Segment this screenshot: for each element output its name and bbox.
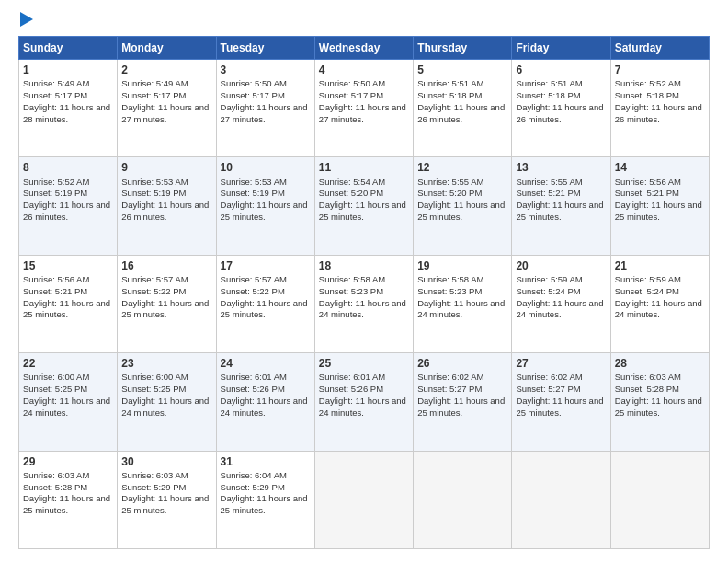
calendar-week-row: 1Sunrise: 5:49 AMSunset: 5:17 PMDaylight… [19,60,710,157]
sunrise-text: Sunrise: 5:51 AM [516,78,582,88]
calendar-day-cell: 21Sunrise: 5:59 AMSunset: 5:24 PMDayligh… [610,255,709,352]
day-number: 26 [417,356,507,371]
calendar-header-cell: Saturday [610,37,709,60]
day-number: 15 [23,259,113,273]
sunrise-text: Sunrise: 5:57 AM [221,274,287,284]
sunset-text: Sunset: 5:29 PM [121,482,186,492]
calendar-day-cell: 12Sunrise: 5:55 AMSunset: 5:20 PMDayligh… [414,157,512,255]
calendar-day-cell: 19Sunrise: 5:58 AMSunset: 5:23 PMDayligh… [414,255,512,352]
sunset-text: Sunset: 5:28 PM [615,384,679,394]
calendar-header-cell: Tuesday [216,37,314,60]
calendar-week-row: 22Sunrise: 6:00 AMSunset: 5:25 PMDayligh… [19,353,710,451]
header [18,14,710,27]
daylight-text: Daylight: 11 hours and 24 minutes. [516,298,603,320]
sunset-text: Sunset: 5:29 PM [221,482,285,492]
day-number: 5 [417,63,507,77]
daylight-text: Daylight: 11 hours and 25 minutes. [417,396,505,418]
calendar-day-cell: 16Sunrise: 5:57 AMSunset: 5:22 PMDayligh… [118,255,216,352]
day-number: 9 [121,160,211,175]
sunrise-text: Sunrise: 5:53 AM [121,177,188,187]
calendar-day-cell: 15Sunrise: 5:56 AMSunset: 5:21 PMDayligh… [19,255,118,352]
daylight-text: Daylight: 11 hours and 25 minutes. [121,298,209,320]
daylight-text: Daylight: 11 hours and 26 minutes. [23,200,110,222]
daylight-text: Daylight: 11 hours and 25 minutes. [23,493,110,515]
daylight-text: Daylight: 11 hours and 25 minutes. [516,396,603,418]
day-number: 14 [615,160,705,175]
sunset-text: Sunset: 5:20 PM [417,188,482,198]
calendar-day-cell: 1Sunrise: 5:49 AMSunset: 5:17 PMDaylight… [19,60,118,157]
daylight-text: Daylight: 11 hours and 24 minutes. [417,298,505,320]
sunset-text: Sunset: 5:21 PM [615,188,679,198]
sunrise-text: Sunrise: 5:52 AM [23,177,89,187]
daylight-text: Daylight: 11 hours and 25 minutes. [221,298,308,320]
calendar-day-cell: 18Sunrise: 5:58 AMSunset: 5:23 PMDayligh… [314,255,413,352]
calendar-day-cell: 20Sunrise: 5:59 AMSunset: 5:24 PMDayligh… [512,255,610,352]
calendar-header-cell: Wednesday [314,37,413,60]
sunset-text: Sunset: 5:19 PM [221,188,285,198]
sunrise-text: Sunrise: 6:02 AM [417,372,483,382]
sunset-text: Sunset: 5:21 PM [516,188,580,198]
day-number: 27 [516,356,606,371]
calendar-day-cell: 8Sunrise: 5:52 AMSunset: 5:19 PMDaylight… [19,157,118,255]
sunrise-text: Sunrise: 6:02 AM [516,372,582,382]
sunrise-text: Sunrise: 5:57 AM [121,274,188,284]
sunrise-text: Sunrise: 5:51 AM [417,78,483,88]
sunrise-text: Sunrise: 5:50 AM [221,78,287,88]
day-number: 8 [23,160,113,175]
calendar-day-cell: 28Sunrise: 6:03 AMSunset: 5:28 PMDayligh… [610,353,709,451]
day-number: 28 [615,356,705,371]
sunset-text: Sunset: 5:28 PM [23,482,87,492]
daylight-text: Daylight: 11 hours and 24 minutes. [319,298,406,320]
sunset-text: Sunset: 5:23 PM [417,286,482,296]
sunset-text: Sunset: 5:24 PM [615,286,679,296]
calendar-day-cell: 14Sunrise: 5:56 AMSunset: 5:21 PMDayligh… [610,157,709,255]
day-number: 10 [221,160,311,175]
calendar-week-row: 8Sunrise: 5:52 AMSunset: 5:19 PMDaylight… [19,157,710,255]
daylight-text: Daylight: 11 hours and 25 minutes. [417,200,505,222]
calendar-week-row: 29Sunrise: 6:03 AMSunset: 5:28 PMDayligh… [19,451,710,548]
daylight-text: Daylight: 11 hours and 25 minutes. [121,493,209,515]
calendar-day-cell: 4Sunrise: 5:50 AMSunset: 5:17 PMDaylight… [314,60,413,157]
sunrise-text: Sunrise: 6:03 AM [615,372,681,382]
sunrise-text: Sunrise: 6:00 AM [23,372,89,382]
day-number: 23 [121,356,211,371]
sunset-text: Sunset: 5:22 PM [121,286,186,296]
sunrise-text: Sunrise: 5:52 AM [615,78,681,88]
sunset-text: Sunset: 5:18 PM [417,90,482,100]
sunset-text: Sunset: 5:20 PM [319,188,383,198]
sunrise-text: Sunrise: 5:50 AM [319,78,385,88]
day-number: 30 [121,454,211,469]
logo [18,14,33,27]
calendar-day-cell: 7Sunrise: 5:52 AMSunset: 5:18 PMDaylight… [610,60,709,157]
daylight-text: Daylight: 11 hours and 24 minutes. [121,396,209,418]
day-number: 31 [221,454,311,469]
sunset-text: Sunset: 5:25 PM [23,384,87,394]
calendar-header-cell: Sunday [19,37,118,60]
sunset-text: Sunset: 5:19 PM [121,188,186,198]
day-number: 19 [417,259,507,273]
sunrise-text: Sunrise: 5:59 AM [615,274,681,284]
daylight-text: Daylight: 11 hours and 26 minutes. [417,102,505,124]
sunrise-text: Sunrise: 6:03 AM [121,470,188,480]
daylight-text: Daylight: 11 hours and 24 minutes. [221,396,308,418]
day-number: 1 [23,63,113,77]
calendar-day-cell: 24Sunrise: 6:01 AMSunset: 5:26 PMDayligh… [216,353,314,451]
sunrise-text: Sunrise: 5:55 AM [516,177,582,187]
calendar-header-cell: Monday [118,37,216,60]
day-number: 6 [516,63,606,77]
daylight-text: Daylight: 11 hours and 24 minutes. [615,298,702,320]
sunrise-text: Sunrise: 6:03 AM [23,470,89,480]
day-number: 29 [23,454,113,469]
sunset-text: Sunset: 5:17 PM [121,90,186,100]
page: SundayMondayTuesdayWednesdayThursdayFrid… [0,0,728,563]
sunrise-text: Sunrise: 5:59 AM [516,274,582,284]
day-number: 20 [516,259,606,273]
calendar-day-cell [414,451,512,548]
day-number: 24 [221,356,311,371]
daylight-text: Daylight: 11 hours and 25 minutes. [615,396,702,418]
daylight-text: Daylight: 11 hours and 25 minutes. [221,493,308,515]
sunrise-text: Sunrise: 5:58 AM [417,274,483,284]
calendar-day-cell [314,451,413,548]
calendar-day-cell: 27Sunrise: 6:02 AMSunset: 5:27 PMDayligh… [512,353,610,451]
day-number: 18 [319,259,409,273]
